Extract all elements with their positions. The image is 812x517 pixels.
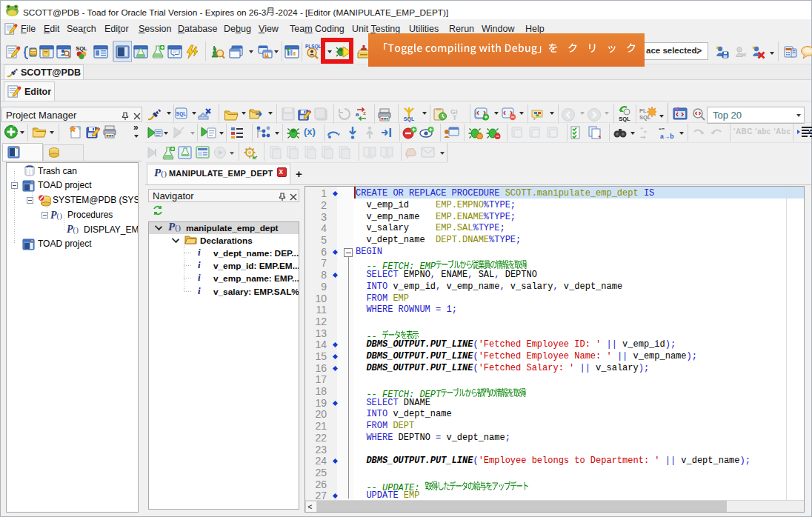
svg-text:SQL: SQL bbox=[76, 45, 87, 52]
